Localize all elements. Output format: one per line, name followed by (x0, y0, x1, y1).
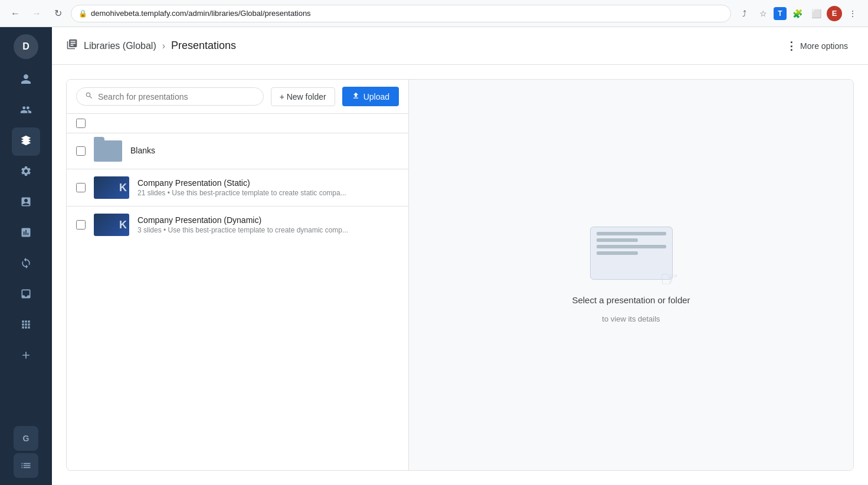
team-icon (20, 104, 32, 119)
address-bar[interactable]: 🔒 demohivebeta.templafy.com/admin/librar… (71, 5, 731, 22)
detail-placeholder: ☞ Select a presentation or folder to vie… (572, 227, 690, 323)
sidebar-item-user[interactable] (12, 66, 40, 94)
share-button[interactable]: ⤴ (736, 5, 752, 22)
content-area: + New folder Upload (52, 65, 868, 485)
sidebar-bottom: G (14, 426, 38, 478)
breadcrumb: Libraries (Global) › Presentations (66, 38, 780, 53)
item-meta-dynamic: 3 slides • Use this best-practice templa… (137, 226, 399, 234)
item-info-static: Company Presentation (Static) 21 slides … (137, 178, 399, 197)
new-folder-button[interactable]: + New folder (271, 87, 335, 106)
breadcrumb-current-page: Presentations (171, 40, 236, 52)
sidebar-item-inbox[interactable] (12, 281, 40, 309)
window-button[interactable]: ⬜ (808, 5, 824, 22)
detail-card-line (597, 232, 666, 235)
panel: + New folder Upload (66, 79, 854, 471)
detail-card-line (597, 238, 638, 242)
browser-actions: ⤴ ☆ T 🧩 ⬜ E ⋮ (736, 5, 861, 22)
thumb-letter: K (119, 182, 127, 194)
lock-icon: 🔒 (78, 9, 87, 18)
sidebar-g-badge[interactable]: G (14, 426, 38, 451)
extension-t[interactable]: T (774, 7, 787, 20)
add-icon (20, 349, 32, 364)
thumb-letter: K (119, 219, 127, 231)
sidebar-item-analytics[interactable] (12, 219, 40, 248)
sidebar-item-settings[interactable] (12, 158, 40, 186)
item-checkbox-dynamic[interactable] (76, 220, 86, 230)
item-name-dynamic: Company Presentation (Dynamic) (137, 215, 399, 225)
item-checkbox-blanks[interactable] (76, 146, 86, 156)
upload-icon (352, 91, 360, 101)
more-options-button[interactable]: ⋮ More options (780, 36, 854, 56)
upload-button[interactable]: Upload (342, 87, 399, 106)
breadcrumb-separator: › (162, 41, 165, 51)
analytics-icon (20, 227, 32, 241)
detail-illustration: ☞ (584, 227, 679, 286)
more-options-label: More options (800, 41, 848, 51)
detail-card-line (597, 251, 638, 255)
item-checkbox-static[interactable] (76, 183, 86, 192)
list-item[interactable]: K Company Presentation (Dynamic) 3 slide… (67, 207, 408, 243)
browser-chrome: ← → ↻ 🔒 demohivebeta.templafy.com/admin/… (0, 0, 868, 27)
select-all-checkbox[interactable] (76, 119, 86, 128)
sidebar-item-reports[interactable] (12, 189, 40, 217)
list-item[interactable]: Blanks (67, 133, 408, 169)
url-text: demohivebeta.templafy.com/admin/librarie… (91, 9, 311, 18)
sync-icon (20, 257, 32, 272)
hand-pointer-icon: ☞ (660, 267, 679, 291)
reload-button[interactable]: ↻ (50, 5, 66, 22)
breadcrumb-libraries-link[interactable]: Libraries (Global) (84, 41, 156, 51)
search-input[interactable] (98, 92, 255, 101)
top-bar: Libraries (Global) › Presentations ⋮ Mor… (52, 27, 868, 65)
detail-panel: ☞ Select a presentation or folder to vie… (409, 80, 853, 470)
item-info-dynamic: Company Presentation (Dynamic) 3 slides … (137, 215, 399, 234)
presentation-thumbnail-static: K (94, 176, 129, 199)
inbox-icon (20, 288, 32, 303)
detail-card-lines (591, 227, 672, 263)
search-box[interactable] (76, 87, 264, 106)
sidebar-item-libraries[interactable] (12, 127, 40, 156)
item-name-blanks: Blanks (130, 146, 399, 155)
profile-avatar[interactable]: E (827, 6, 842, 21)
sidebar-item-add[interactable] (12, 342, 40, 371)
detail-subtitle: to view its details (602, 314, 660, 323)
new-folder-label: + New folder (280, 92, 326, 101)
bookmark-button[interactable]: ☆ (755, 5, 771, 22)
apps-icon (20, 319, 32, 333)
library-icon (66, 38, 78, 53)
sidebar-item-sync[interactable] (12, 250, 40, 278)
sidebar-item-team[interactable] (12, 97, 40, 125)
item-meta-static: 21 slides • Use this best-practice templ… (137, 189, 399, 197)
sidebar-list-icon[interactable] (14, 453, 38, 478)
user-icon (20, 73, 32, 88)
list-header (67, 114, 408, 133)
detail-card-line (597, 245, 666, 248)
list-panel: + New folder Upload (67, 80, 409, 470)
back-button[interactable]: ← (7, 5, 24, 22)
app-layout: D (0, 27, 868, 485)
list-toolbar: + New folder Upload (67, 80, 408, 114)
settings-icon (20, 165, 32, 180)
presentation-thumbnail-dynamic: K (94, 214, 129, 236)
folder-icon (94, 140, 122, 162)
item-info-blanks: Blanks (130, 146, 399, 156)
upload-label: Upload (363, 92, 389, 101)
menu-button[interactable]: ⋮ (844, 5, 861, 22)
more-options-dots-icon: ⋮ (786, 40, 797, 53)
reports-icon (20, 196, 32, 211)
layers-icon (20, 135, 32, 149)
forward-button[interactable]: → (28, 5, 45, 22)
puzzle-button[interactable]: 🧩 (789, 5, 805, 22)
sidebar: D (0, 27, 52, 485)
list-item[interactable]: K Company Presentation (Static) 21 slide… (67, 169, 408, 207)
main-content: Libraries (Global) › Presentations ⋮ Mor… (52, 27, 868, 485)
item-name-static: Company Presentation (Static) (137, 178, 399, 188)
detail-title: Select a presentation or folder (572, 295, 690, 305)
search-icon (85, 91, 93, 101)
sidebar-item-apps[interactable] (12, 312, 40, 340)
sidebar-user-avatar[interactable]: D (14, 34, 38, 59)
